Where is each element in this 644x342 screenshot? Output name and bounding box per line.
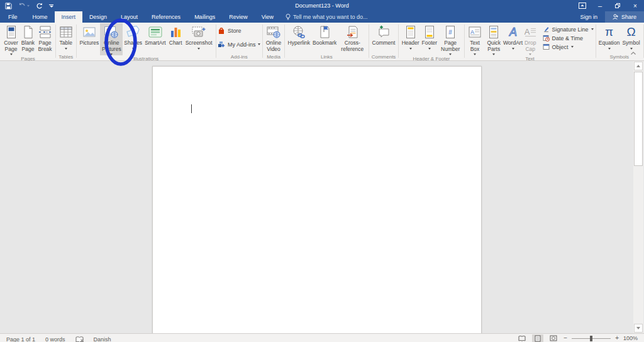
share-button[interactable]: Share: [605, 11, 644, 23]
comment-icon: [377, 25, 391, 40]
shapes-button[interactable]: Shapes: [123, 23, 143, 50]
scroll-down-button[interactable]: [634, 324, 643, 333]
tab-layout[interactable]: Layout: [114, 11, 145, 23]
dropdown-caret: [197, 48, 200, 50]
cover-page-button[interactable]: Cover Page: [3, 23, 19, 55]
account-area: Sign in Share: [572, 11, 644, 23]
symbol-button[interactable]: Ω Symbol: [621, 23, 641, 50]
dropdown-caret: [608, 48, 611, 50]
table-button[interactable]: Table: [57, 23, 74, 50]
page-number-icon: #: [445, 25, 456, 40]
smartart-icon: [148, 25, 163, 40]
online-video-button[interactable]: Online Video: [265, 23, 283, 52]
tab-design[interactable]: Design: [82, 11, 114, 23]
dropdown-caret: [409, 48, 412, 50]
group-label-comments: Comments: [371, 53, 397, 60]
svg-text:A: A: [509, 26, 517, 38]
scrollbar-thumb[interactable]: [634, 72, 643, 166]
my-addins-icon: [218, 41, 225, 48]
signature-line-button[interactable]: Signature Line: [543, 25, 594, 33]
customize-qat-button[interactable]: [49, 1, 53, 11]
zoom-level[interactable]: 100%: [623, 335, 638, 341]
footer-button[interactable]: Footer: [421, 23, 439, 50]
hyperlink-icon: [292, 25, 306, 40]
svg-text:#: #: [448, 29, 452, 36]
print-layout-button[interactable]: [532, 334, 543, 342]
ribbon-group-pages: Cover Page Blank Page Page Break Pages: [1, 23, 55, 60]
pictures-icon: [82, 25, 96, 40]
ribbon-group-links: Hyperlink Bookmark Cross-reference Links: [286, 23, 369, 60]
ribbon-display-options-button[interactable]: [574, 0, 591, 11]
proofing-status-icon[interactable]: [75, 336, 84, 342]
equation-icon: π: [605, 25, 613, 40]
tab-view[interactable]: View: [255, 11, 280, 23]
scroll-up-button[interactable]: [634, 62, 643, 70]
cross-reference-button[interactable]: Cross-reference: [338, 23, 367, 52]
tab-mailings[interactable]: Mailings: [187, 11, 222, 23]
vertical-scrollbar[interactable]: [633, 61, 643, 333]
language-indicator[interactable]: Danish: [94, 336, 111, 342]
document-page[interactable]: [152, 66, 482, 333]
wordart-button[interactable]: A WordArt: [504, 23, 521, 50]
web-layout-button[interactable]: [548, 334, 559, 342]
footer-icon: [424, 25, 435, 40]
hyperlink-button[interactable]: Hyperlink: [287, 23, 311, 47]
tab-file[interactable]: File: [0, 11, 26, 23]
dropdown-caret: [258, 43, 260, 45]
document-area[interactable]: [0, 61, 644, 333]
zoom-in-button[interactable]: +: [615, 334, 619, 342]
restore-button[interactable]: [609, 0, 626, 11]
smartart-button[interactable]: SmartArt: [143, 23, 167, 47]
wordart-icon: A: [506, 25, 520, 40]
window-controls: – ×: [574, 0, 644, 11]
blank-page-button[interactable]: Blank Page: [19, 23, 36, 52]
tab-home[interactable]: Home: [26, 11, 55, 23]
equation-button[interactable]: π Equation: [597, 23, 621, 50]
tab-references[interactable]: References: [145, 11, 187, 23]
blank-page-icon: [23, 25, 34, 40]
redo-icon: [36, 3, 43, 9]
tell-me-box[interactable]: Tell me what you want to do...: [286, 11, 368, 23]
online-pictures-button[interactable]: Online Pictures: [100, 23, 123, 55]
date-time-button[interactable]: Date & Time: [543, 34, 594, 42]
store-button[interactable]: Store: [218, 26, 242, 35]
my-addins-button[interactable]: My Add-ins: [218, 40, 261, 48]
chart-button[interactable]: Chart: [167, 23, 184, 47]
online-video-icon: [266, 25, 281, 40]
group-label-addins: Add-ins: [218, 53, 261, 60]
undo-button[interactable]: [18, 1, 30, 11]
bookmark-button[interactable]: Bookmark: [311, 23, 338, 47]
pictures-button[interactable]: Pictures: [79, 23, 101, 47]
comment-button[interactable]: Comment: [371, 23, 397, 47]
tab-insert[interactable]: Insert: [55, 11, 83, 23]
screenshot-button[interactable]: Screenshot: [184, 23, 214, 50]
drop-cap-button[interactable]: A Drop Cap: [521, 23, 539, 55]
redo-button[interactable]: [36, 1, 43, 11]
page-number-button[interactable]: # Page Number: [438, 23, 462, 55]
read-mode-button[interactable]: [516, 334, 528, 342]
text-box-button[interactable]: A Text Box: [466, 23, 483, 55]
read-mode-icon: [518, 336, 526, 341]
page-break-icon: [38, 25, 52, 40]
signature-line-icon: [543, 26, 550, 33]
date-time-icon: [543, 35, 550, 41]
object-button[interactable]: Object: [543, 43, 594, 51]
zoom-slider[interactable]: [572, 334, 611, 342]
minimize-button[interactable]: –: [591, 0, 609, 11]
collapse-ribbon-button[interactable]: [630, 47, 636, 58]
page-break-button[interactable]: Page Break: [36, 23, 53, 52]
ribbon-tab-bar: File Home Insert Design Layout Reference…: [0, 11, 644, 23]
zoom-slider-thumb[interactable]: [590, 336, 592, 341]
sign-in-button[interactable]: Sign in: [572, 11, 605, 23]
page-indicator[interactable]: Page 1 of 1: [6, 336, 35, 342]
dropdown-caret: [132, 48, 135, 50]
save-button[interactable]: [5, 1, 12, 11]
close-button[interactable]: ×: [626, 0, 644, 11]
word-count[interactable]: 0 words: [45, 336, 65, 342]
ribbon-group-comments: Comment Comments: [370, 23, 398, 60]
zoom-out-button[interactable]: −: [564, 334, 567, 342]
header-button[interactable]: Header: [401, 23, 421, 50]
tab-review[interactable]: Review: [222, 11, 255, 23]
quick-parts-button[interactable]: Quick Parts: [483, 23, 504, 55]
store-icon: [218, 27, 225, 35]
